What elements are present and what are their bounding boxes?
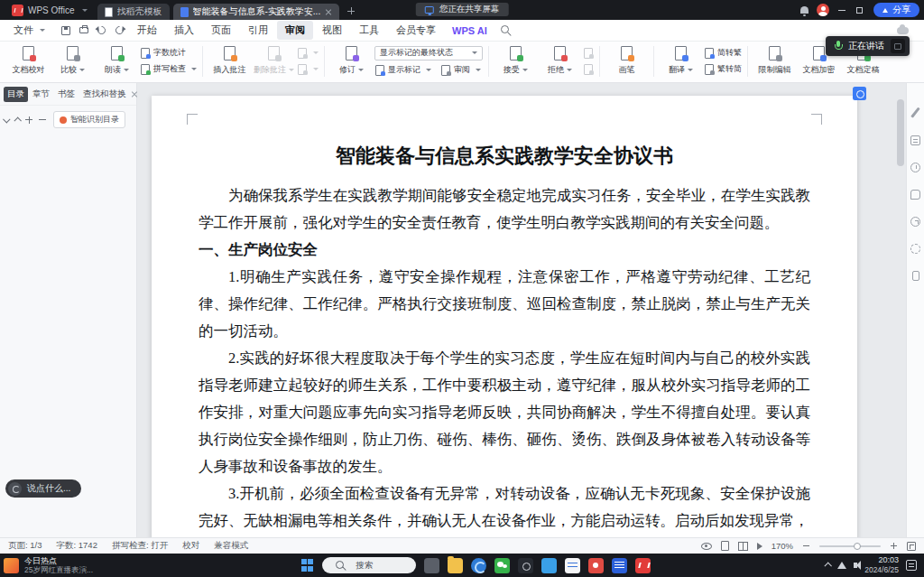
document-heading[interactable]: 一、生产岗位安全 bbox=[199, 237, 810, 264]
menu-page[interactable]: 页面 bbox=[203, 21, 239, 40]
zoom-in-outline-icon[interactable] bbox=[24, 116, 33, 125]
zoom-out-outline-icon[interactable] bbox=[38, 116, 47, 125]
track-changes-button[interactable]: 修订 bbox=[330, 46, 373, 76]
menu-view[interactable]: 视图 bbox=[314, 21, 350, 40]
document-canvas[interactable]: 智能装备与信息系实践教学安全协议书 为确保我系学生在实践教学期间能够安全稳定地完… bbox=[137, 83, 906, 537]
wps-app-icon[interactable] bbox=[635, 558, 651, 573]
page-indicator[interactable]: 页面: 1/3 bbox=[8, 540, 42, 552]
tray-chevron-up-icon[interactable] bbox=[825, 562, 832, 569]
volume-icon[interactable] bbox=[854, 563, 857, 568]
compatibility-mode-badge[interactable]: 兼容模式 bbox=[214, 540, 248, 552]
sidebar-help-icon[interactable] bbox=[910, 217, 920, 227]
camera-preview-button[interactable] bbox=[891, 39, 905, 53]
zoom-level[interactable]: 170% bbox=[772, 541, 793, 551]
locate-button[interactable] bbox=[853, 87, 866, 100]
taskbar-app-icon-3[interactable] bbox=[541, 558, 557, 573]
taskbar-app-icon-2[interactable] bbox=[518, 558, 533, 573]
expand-all-icon[interactable] bbox=[14, 116, 21, 124]
file-explorer-icon[interactable] bbox=[448, 558, 463, 573]
menu-insert[interactable]: 插入 bbox=[166, 21, 202, 40]
cloud-sync-icon[interactable] bbox=[897, 27, 909, 34]
speaking-indicator-panel[interactable]: 正在讲话 bbox=[826, 36, 910, 56]
document-paragraph[interactable]: 2.实践的好坏很大程度取决于每个学生的实习态度，学生应在短时间内与自己的校外实践… bbox=[199, 345, 810, 480]
tab-catalog[interactable]: 目录 bbox=[4, 87, 28, 102]
word-count-indicator[interactable]: 字数: 1742 bbox=[57, 540, 97, 552]
taskbar-app-icon-1[interactable] bbox=[424, 558, 439, 573]
zoom-slider[interactable] bbox=[819, 545, 881, 547]
action-center-icon[interactable] bbox=[906, 560, 917, 571]
sidebar-notes-icon[interactable] bbox=[910, 135, 920, 145]
menu-start[interactable]: 开始 bbox=[129, 21, 165, 40]
print-button[interactable] bbox=[76, 23, 91, 38]
start-button[interactable] bbox=[301, 559, 314, 572]
menu-wps-ai[interactable]: WPS AI bbox=[445, 23, 494, 39]
new-tab-button[interactable] bbox=[345, 5, 357, 17]
user-avatar[interactable] bbox=[817, 4, 829, 16]
markup-state-dropdown[interactable]: 显示标记的最终状态 bbox=[374, 46, 483, 60]
web-layout-icon[interactable] bbox=[738, 542, 748, 551]
insert-comment-button[interactable]: 插入批注 bbox=[208, 46, 251, 76]
clock[interactable]: 20:03 2024/6/25 bbox=[864, 556, 899, 574]
reject-button[interactable]: 拒绝 bbox=[539, 46, 581, 76]
collapse-all-icon[interactable] bbox=[3, 116, 10, 123]
pen-button[interactable]: 画笔 bbox=[605, 46, 648, 76]
read-aloud-button[interactable]: 朗读 bbox=[96, 46, 138, 76]
zoom-out-button[interactable] bbox=[802, 542, 810, 550]
zoom-in-button[interactable] bbox=[890, 542, 898, 550]
undo-button[interactable] bbox=[94, 23, 109, 38]
translate-button[interactable]: 翻译 bbox=[660, 46, 702, 76]
restrict-editing-button[interactable]: 限制编辑 bbox=[753, 46, 796, 76]
compare-button[interactable]: 比较 bbox=[51, 46, 94, 76]
sidebar-history-icon[interactable] bbox=[910, 163, 920, 172]
search-icon[interactable] bbox=[501, 25, 511, 35]
show-markup-button[interactable]: 显示标记 bbox=[374, 64, 431, 77]
menu-reference[interactable]: 引用 bbox=[240, 21, 276, 40]
sidebar-comment-icon[interactable] bbox=[910, 190, 920, 200]
simplified-to-traditional-button[interactable]: 简转繁 bbox=[704, 47, 742, 60]
menu-review[interactable]: 审阅 bbox=[277, 21, 313, 40]
review-panel-button[interactable]: 审阅 bbox=[440, 64, 481, 77]
proofread-button[interactable]: 文档校对 bbox=[7, 46, 50, 76]
voice-input-bubble[interactable]: 说点什么... bbox=[5, 479, 81, 498]
zoom-slider-knob[interactable] bbox=[854, 543, 861, 550]
sidebar-mobile-icon[interactable] bbox=[912, 271, 919, 281]
news-widget[interactable]: 今日热点 25岁网红直播表演... bbox=[4, 557, 173, 574]
menu-tools[interactable]: 工具 bbox=[351, 21, 387, 40]
close-tab-icon[interactable] bbox=[325, 8, 332, 15]
vertical-scrollbar[interactable] bbox=[897, 85, 904, 535]
save-button[interactable] bbox=[58, 23, 73, 38]
notification-bell-icon[interactable] bbox=[800, 6, 808, 14]
document-page[interactable]: 智能装备与信息系实践教学安全协议书 为确保我系学生在实践教学期间能够安全稳定地完… bbox=[152, 96, 857, 537]
menu-file[interactable]: 文件 bbox=[6, 22, 52, 39]
smart-catalog-button[interactable]: 智能识别目录 bbox=[53, 111, 125, 128]
word-app-icon[interactable] bbox=[612, 558, 627, 573]
word-count-button[interactable]: 字数统计 bbox=[140, 47, 197, 60]
document-title[interactable]: 智能装备与信息系实践教学安全协议书 bbox=[199, 143, 810, 170]
fullscreen-play-icon[interactable] bbox=[757, 543, 762, 550]
fit-page-icon[interactable] bbox=[907, 542, 916, 551]
print-layout-icon[interactable] bbox=[721, 541, 729, 551]
spell-check-button[interactable]: 拼写检查 bbox=[140, 63, 197, 76]
tab-chapter[interactable]: 章节 bbox=[29, 87, 53, 102]
app-menu[interactable]: WPS Office bbox=[4, 0, 96, 20]
document-paragraph[interactable]: 3.开机前，必须全面检查设备有无异常，对转动设备，应确认无卡死现象、安全保护设施… bbox=[199, 480, 810, 535]
share-button[interactable]: 分享 bbox=[873, 3, 919, 17]
minimize-button[interactable] bbox=[837, 5, 846, 14]
browser-icon[interactable] bbox=[471, 558, 486, 573]
sidebar-pen-icon[interactable] bbox=[911, 107, 920, 118]
proofread-indicator[interactable]: 校对 bbox=[182, 540, 199, 552]
document-paragraph[interactable]: 1.明确生产实践任务，遵守安全操作规程，注意保密工作，严格遵守劳动纪律、工艺纪律… bbox=[199, 264, 810, 345]
traditional-to-simplified-button[interactable]: 繁转简 bbox=[704, 63, 742, 76]
redo-button[interactable] bbox=[112, 23, 127, 38]
taskbar-search[interactable]: 搜索 bbox=[322, 557, 416, 573]
wechat-icon[interactable] bbox=[494, 558, 510, 573]
tab-document[interactable]: 智能装备与信息系-实践教学安... bbox=[173, 4, 340, 20]
sidebar-settings-icon[interactable] bbox=[910, 244, 920, 254]
network-icon[interactable] bbox=[837, 562, 846, 569]
scrollbar-thumb[interactable] bbox=[897, 99, 904, 166]
eye-protect-icon[interactable] bbox=[701, 543, 712, 550]
taskbar-app-icon-4[interactable] bbox=[565, 558, 580, 573]
tab-template-store[interactable]: 找稻壳模板 bbox=[97, 4, 170, 20]
taskbar-app-icon-5[interactable] bbox=[588, 558, 604, 573]
tab-find-replace[interactable]: 查找和替换 bbox=[79, 87, 130, 102]
